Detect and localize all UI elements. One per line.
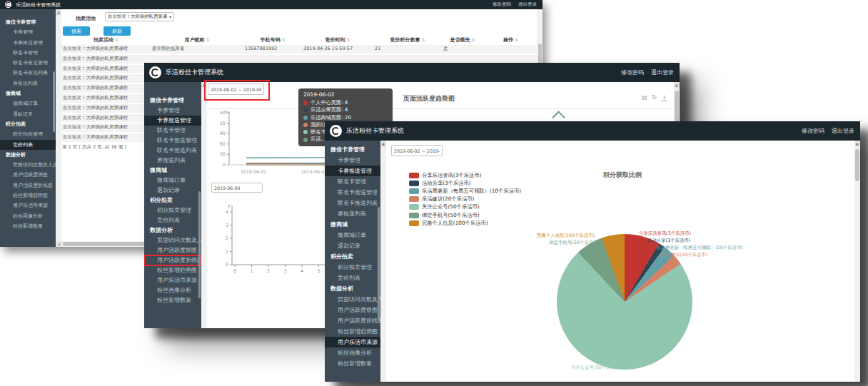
sidebar-item[interactable]: 粉丝画像分析: [0, 211, 56, 221]
sidebar-item[interactable]: 联名卡推送管理: [325, 187, 380, 198]
sidebar-item[interactable]: 联名卡管理: [0, 48, 56, 58]
data-view-icon[interactable]: ▤: [642, 94, 647, 101]
content-right-scrollbar[interactable]: ▲: [854, 141, 860, 382]
sort-icon[interactable]: ⇅: [421, 37, 425, 42]
sidebar-item[interactable]: 联名卡推送管理: [144, 136, 201, 146]
sidebar-item[interactable]: 联名卡管理: [325, 176, 380, 187]
legend-item[interactable]: 完善个人信息(100个乐活币): [409, 219, 521, 227]
change-password-link[interactable]: 修改密码: [802, 127, 824, 135]
sort-icon[interactable]: ⇅: [115, 37, 118, 42]
scroll-left-icon[interactable]: ◂: [56, 241, 62, 247]
sidebar-group-label[interactable]: 数据分析: [144, 225, 201, 235]
search-button[interactable]: 搜索: [63, 26, 90, 36]
content-left-scrollbar[interactable]: ▲: [380, 141, 386, 382]
column-header[interactable]: 竞价积分数量⇅: [373, 36, 442, 44]
sidebar-item[interactable]: 竞价列表: [325, 273, 380, 283]
content-left-scrollbar[interactable]: ▲: [201, 82, 207, 328]
sidebar-item[interactable]: 券推送列表: [0, 78, 56, 88]
save-image-icon[interactable]: ↓: [662, 94, 667, 101]
sidebar-item[interactable]: 卡券管理: [325, 155, 380, 166]
sort-icon[interactable]: ⇅: [206, 37, 209, 42]
scroll-up-icon[interactable]: ▲: [380, 141, 386, 147]
sidebar-item[interactable]: 用户活跃度折线图: [0, 181, 56, 191]
legend-item[interactable]: 乐活周更新（每周五可领取）(10个乐活币): [409, 187, 521, 195]
column-header[interactable]: 是否领先⇅: [442, 36, 483, 44]
sidebar-group-label[interactable]: 微商城: [0, 88, 56, 98]
sort-icon[interactable]: ⇅: [281, 37, 285, 42]
legend-item[interactable]: 活动分享(3个乐活币): [409, 179, 521, 187]
sidebar-item[interactable]: 卡券管理: [0, 27, 56, 37]
auction-select[interactable]: 首次拍卖！大师级的私房菜课程 ▾: [105, 12, 174, 21]
sidebar-item[interactable]: 退款记录: [144, 186, 201, 195]
sidebar-item[interactable]: 页面访问次数及人次: [325, 294, 380, 305]
sidebar-item[interactable]: 积分拍卖管理: [325, 262, 380, 273]
sidebar-group-label[interactable]: 数据分析: [325, 283, 380, 294]
sidebar-group-label[interactable]: 微信卡券管理: [0, 17, 56, 27]
sidebar-item[interactable]: 粉丝新增数量: [325, 358, 380, 369]
legend-item[interactable]: 乐活建议(20个乐活币): [409, 195, 521, 203]
change-password-link[interactable]: 修改密码: [493, 1, 511, 8]
logout-link[interactable]: 退出登录: [651, 68, 674, 76]
date-range-input[interactable]: [391, 145, 443, 156]
scroll-up-icon[interactable]: ▲: [854, 141, 860, 147]
column-header[interactable]: 拍卖活动⇅: [61, 36, 151, 44]
sidebar-group-label[interactable]: 积分拍卖: [0, 119, 56, 129]
sidebar-item[interactable]: 联名卡推送列表: [144, 146, 201, 156]
sidebar-group-label[interactable]: 微信卡券管理: [325, 144, 380, 155]
sidebar-item[interactable]: 粉丝新增数量: [0, 221, 56, 231]
sidebar-item[interactable]: 竞价列表: [144, 215, 201, 225]
sidebar-item[interactable]: 积分拍卖管理: [0, 129, 56, 139]
sidebar-group-label[interactable]: 积分拍卖: [144, 195, 201, 205]
date-range-input[interactable]: [208, 83, 264, 95]
column-header[interactable]: 竞价时间⇅: [302, 36, 373, 44]
scroll-up-icon[interactable]: ▲: [201, 82, 207, 88]
logout-link[interactable]: 退出登录: [518, 1, 537, 8]
sort-icon[interactable]: ⇅: [346, 37, 350, 42]
sort-icon[interactable]: ⇅: [515, 37, 518, 42]
sidebar-item[interactable]: 页面访问次数及人次: [0, 160, 56, 170]
sidebar-item[interactable]: 卡券管理: [144, 106, 201, 116]
sidebar-item[interactable]: 用户活跃度饼图: [144, 245, 201, 255]
sidebar-group-label[interactable]: 微商城: [144, 166, 201, 176]
sidebar-item[interactable]: 粉丝新增数量: [144, 295, 201, 305]
logout-link[interactable]: 退出登录: [832, 127, 854, 135]
date-input[interactable]: [211, 183, 263, 193]
sidebar-item[interactable]: 联名卡管理: [144, 126, 201, 136]
change-password-link[interactable]: 修改密码: [621, 68, 644, 76]
sidebar-item[interactable]: 粉丝画像分析: [144, 285, 201, 295]
sidebar-item[interactable]: 微商城订单: [144, 176, 201, 186]
scroll-up-icon[interactable]: ▲: [56, 9, 61, 16]
column-header[interactable]: 用户昵称⇅: [151, 36, 243, 44]
scroll-up-icon[interactable]: ▲: [674, 82, 680, 88]
sidebar-item[interactable]: 用户乐活币来源: [0, 200, 56, 210]
sidebar-item[interactable]: 竞价列表: [0, 140, 56, 150]
sidebar-item[interactable]: 券推送列表: [144, 156, 201, 166]
sidebar-item[interactable]: 用户活跃度折线图: [144, 255, 201, 265]
content-left-scrollbar[interactable]: ▲: [56, 9, 61, 241]
column-header[interactable]: 操作⇅: [483, 36, 538, 44]
sidebar-group-label[interactable]: 微信卡券管理: [144, 96, 201, 106]
sidebar-scrollbar[interactable]: [53, 71, 55, 132]
sidebar-item[interactable]: 用户活跃度饼图: [325, 305, 380, 315]
column-header[interactable]: 手机号码⇅: [243, 36, 302, 44]
sidebar-item[interactable]: 联名卡推送列表: [0, 68, 56, 78]
sidebar-item[interactable]: 粉丝新增趋势图: [325, 326, 380, 337]
sidebar-item[interactable]: 退款记录: [325, 240, 380, 251]
sidebar-item[interactable]: 页面访问次数及人次: [144, 235, 201, 245]
sidebar-item[interactable]: 卡券推送管理: [144, 116, 201, 126]
legend-item[interactable]: 绑定手机号(50个乐活币): [409, 211, 521, 219]
legend-item[interactable]: 关注公众号(50个乐活币): [409, 203, 521, 211]
sidebar-group-label[interactable]: 数据分析: [0, 150, 56, 160]
sidebar-group-label[interactable]: 积分拍卖: [325, 251, 380, 262]
sidebar-scrollbar[interactable]: [378, 207, 380, 321]
sidebar-item[interactable]: 用户乐活币来源: [144, 275, 201, 285]
sidebar-item[interactable]: 微商城订单: [0, 98, 56, 108]
sidebar-item[interactable]: 券推送列表: [325, 208, 380, 219]
sidebar-item[interactable]: 联名卡推送列表: [325, 198, 380, 208]
sidebar-item[interactable]: 卡券推送管理: [325, 166, 380, 176]
sidebar-item[interactable]: 用户活跃度饼图: [0, 170, 56, 180]
sidebar-item[interactable]: 粉丝画像分析: [325, 347, 380, 358]
sidebar-item[interactable]: 联名卡推送管理: [0, 58, 56, 68]
sidebar-scrollbar[interactable]: [198, 191, 201, 298]
sidebar-item[interactable]: 退款记录: [0, 109, 56, 119]
